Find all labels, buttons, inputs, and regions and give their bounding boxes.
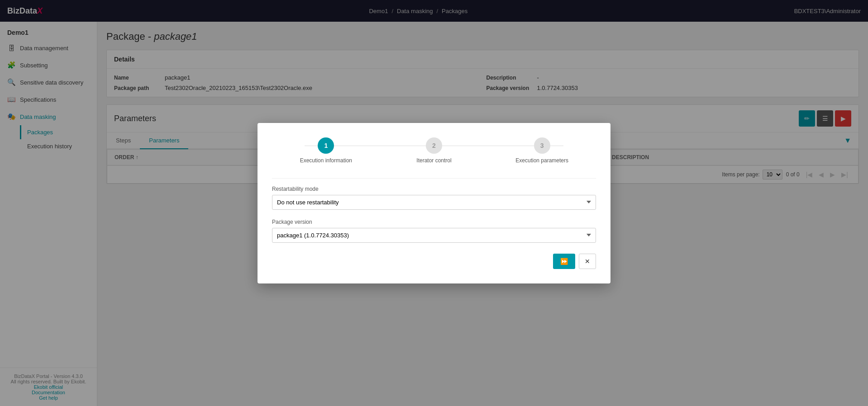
modal-dialog: 1 Execution information 2 Iterator contr… (258, 123, 610, 283)
step-2: 2 Iterator control (380, 137, 488, 164)
close-button[interactable]: ✕ (579, 254, 596, 269)
stepper: 1 Execution information 2 Iterator contr… (272, 137, 596, 164)
step-2-circle: 2 (426, 137, 442, 154)
restartability-label: Restartability mode (272, 186, 596, 192)
step-1-label: Execution information (300, 157, 352, 164)
step-3: 3 Execution parameters (488, 137, 596, 164)
step-1: 1 Execution information (272, 137, 380, 164)
step-2-label: Iterator control (416, 157, 451, 164)
step-3-circle: 3 (534, 137, 550, 154)
next-button[interactable]: ⏩ (553, 254, 575, 269)
step-3-label: Execution parameters (515, 157, 568, 164)
modal-overlay: 1 Execution information 2 Iterator contr… (0, 0, 868, 406)
package-version-label: Package version (272, 219, 596, 225)
modal-footer: ⏩ ✕ (272, 254, 596, 269)
restartability-mode-select[interactable]: Do not use restartability Use restartabi… (272, 195, 596, 210)
close-icon: ✕ (585, 258, 590, 265)
modal-divider (272, 178, 596, 179)
package-version-group: Package version package1 (1.0.7724.30353… (272, 219, 596, 243)
package-version-select[interactable]: package1 (1.0.7724.30353) (272, 228, 596, 243)
restartability-mode-group: Restartability mode Do not use restartab… (272, 186, 596, 210)
step-1-circle: 1 (318, 137, 334, 154)
next-icon: ⏩ (560, 258, 568, 265)
